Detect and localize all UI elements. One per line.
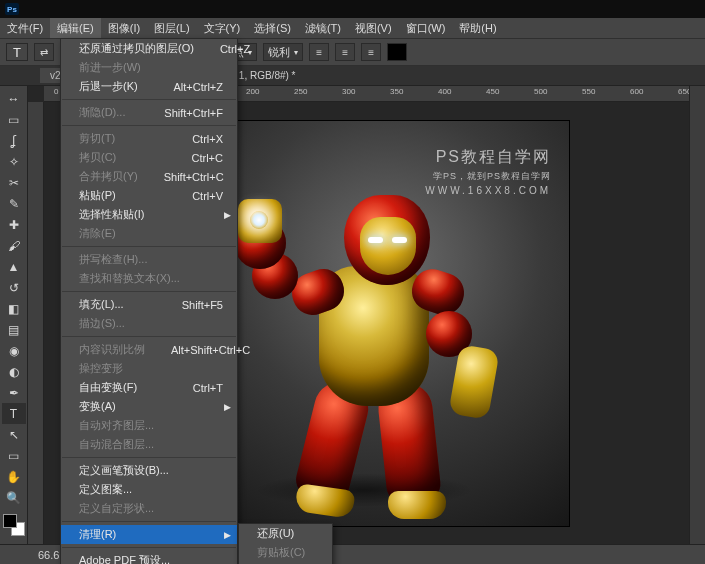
eyedropper-tool[interactable]: ✎ — [2, 193, 26, 214]
submenu-item[interactable]: 还原(U) — [239, 524, 332, 543]
menu-item: 内容识别比例Alt+Shift+Ctrl+C — [61, 340, 237, 359]
magic-wand-tool[interactable]: ✧ — [2, 151, 26, 172]
ruler-tick: 300 — [342, 87, 355, 96]
submenu-arrow-icon: ▶ — [224, 530, 231, 540]
menu-窗口[interactable]: 窗口(W) — [399, 18, 453, 38]
antialias-select[interactable]: 锐利▾ — [263, 43, 303, 61]
hand-tool[interactable]: ✋ — [2, 466, 26, 487]
menu-item-label: 清理(R) — [79, 527, 223, 542]
foreground-color-swatch[interactable] — [3, 514, 17, 528]
menu-编辑[interactable]: 编辑(E) — [50, 18, 101, 38]
path-select-tool[interactable]: ↖ — [2, 424, 26, 445]
ruler-tick: 450 — [486, 87, 499, 96]
menu-item-shortcut: Shift+Ctrl+C — [164, 171, 224, 183]
ruler-tick: 350 — [390, 87, 403, 96]
menu-item[interactable]: 选择性粘贴(I)▶ — [61, 205, 237, 224]
gradient-tool[interactable]: ▤ — [2, 319, 26, 340]
menu-item-label: 选择性粘贴(I) — [79, 207, 223, 222]
menu-item-shortcut: Ctrl+C — [192, 152, 223, 164]
menu-文字[interactable]: 文字(Y) — [197, 18, 248, 38]
tools-panel: ↔▭ʆ✧✂✎✚🖌▲↺◧▤◉◐✒T↖▭✋🔍 — [0, 86, 28, 544]
menu-item[interactable]: 定义图案... — [61, 480, 237, 499]
shape-tool[interactable]: ▭ — [2, 445, 26, 466]
text-color-swatch[interactable] — [387, 43, 407, 61]
menu-item: 描边(S)... — [61, 314, 237, 333]
menu-item-label: Adobe PDF 预设... — [79, 553, 223, 564]
move-tool[interactable]: ↔ — [2, 88, 26, 109]
ruler-tick: 600 — [630, 87, 643, 96]
menu-item[interactable]: 后退一步(K)Alt+Ctrl+Z — [61, 77, 237, 96]
menu-item-label: 后退一步(K) — [79, 79, 173, 94]
menu-item: 前进一步(W) — [61, 58, 237, 77]
menu-item: 查找和替换文本(X)... — [61, 269, 237, 288]
zoom-tool[interactable]: 🔍 — [2, 487, 26, 508]
submenu-arrow-icon: ▶ — [224, 210, 231, 220]
align-right-button[interactable]: ≡ — [361, 43, 381, 61]
menu-item-label: 定义画笔预设(B)... — [79, 463, 223, 478]
align-center-button[interactable]: ≡ — [335, 43, 355, 61]
blur-tool[interactable]: ◉ — [2, 340, 26, 361]
menu-帮助[interactable]: 帮助(H) — [452, 18, 503, 38]
type-tool[interactable]: T — [2, 403, 26, 424]
menu-item[interactable]: 还原通过拷贝的图层(O)Ctrl+Z — [61, 39, 237, 58]
ruler-tick: 650 — [678, 87, 689, 96]
menu-item-label: 自动对齐图层... — [79, 418, 223, 433]
ruler-vertical — [28, 102, 44, 544]
menu-item-shortcut: Alt+Ctrl+Z — [173, 81, 223, 93]
menu-item-label: 操控变形 — [79, 361, 223, 376]
menu-item-label: 合并拷贝(Y) — [79, 169, 164, 184]
marquee-tool[interactable]: ▭ — [2, 109, 26, 130]
menu-item-shortcut: Ctrl+V — [192, 190, 223, 202]
menu-item-label: 变换(A) — [79, 399, 223, 414]
menu-item: 自动对齐图层... — [61, 416, 237, 435]
ruler-tick: 400 — [438, 87, 451, 96]
menu-图层[interactable]: 图层(L) — [147, 18, 196, 38]
menu-item-shortcut: Alt+Shift+Ctrl+C — [171, 344, 250, 356]
menu-item-label: 查找和替换文本(X)... — [79, 271, 223, 286]
menu-item-label: 定义自定形状... — [79, 501, 223, 516]
menu-item[interactable]: 粘贴(P)Ctrl+V — [61, 186, 237, 205]
menu-item[interactable]: 变换(A)▶ — [61, 397, 237, 416]
lasso-tool[interactable]: ʆ — [2, 130, 26, 151]
menu-item-label: 前进一步(W) — [79, 60, 223, 75]
menu-item[interactable]: 定义画笔预设(B)... — [61, 461, 237, 480]
menu-item-shortcut: Shift+F5 — [182, 299, 223, 311]
submenu-item-label: 还原(U) — [257, 526, 320, 541]
menu-item[interactable]: 清理(R)▶ — [61, 525, 237, 544]
chevron-down-icon: ▾ — [294, 48, 298, 57]
menu-bar: 文件(F)编辑(E)图像(I)图层(L)文字(Y)选择(S)滤镜(T)视图(V)… — [0, 18, 705, 38]
healing-brush-tool[interactable]: ✚ — [2, 214, 26, 235]
canvas-artwork — [214, 171, 504, 501]
app-icon: Ps — [5, 3, 19, 15]
menu-滤镜[interactable]: 滤镜(T) — [298, 18, 348, 38]
window-titlebar: Ps — [0, 0, 705, 18]
menu-图像[interactable]: 图像(I) — [101, 18, 147, 38]
clear-submenu: 还原(U)剪贴板(C)历史记录(H)全部(A)视频高速缓存(V) — [238, 523, 333, 564]
menu-item-label: 渐隐(D)... — [79, 105, 164, 120]
crop-tool[interactable]: ✂ — [2, 172, 26, 193]
color-swatches[interactable] — [3, 514, 25, 536]
menu-item-shortcut: Ctrl+X — [192, 133, 223, 145]
menu-item-label: 描边(S)... — [79, 316, 223, 331]
eraser-tool[interactable]: ◧ — [2, 298, 26, 319]
menu-item-label: 自动混合图层... — [79, 437, 223, 452]
menu-item-shortcut: Shift+Ctrl+F — [164, 107, 223, 119]
history-brush-tool[interactable]: ↺ — [2, 277, 26, 298]
stamp-tool[interactable]: ▲ — [2, 256, 26, 277]
menu-选择[interactable]: 选择(S) — [247, 18, 298, 38]
menu-item[interactable]: 填充(L)...Shift+F5 — [61, 295, 237, 314]
menu-item: 定义自定形状... — [61, 499, 237, 518]
brush-tool[interactable]: 🖌 — [2, 235, 26, 256]
text-orientation-toggle[interactable]: ⇄ — [34, 43, 54, 61]
dodge-tool[interactable]: ◐ — [2, 361, 26, 382]
menu-item[interactable]: 自由变换(F)Ctrl+T — [61, 378, 237, 397]
ruler-tick: 250 — [294, 87, 307, 96]
antialias-value: 锐利 — [268, 45, 290, 60]
menu-item[interactable]: Adobe PDF 预设... — [61, 551, 237, 564]
pen-tool[interactable]: ✒ — [2, 382, 26, 403]
menu-item-label: 还原通过拷贝的图层(O) — [79, 41, 220, 56]
menu-视图[interactable]: 视图(V) — [348, 18, 399, 38]
align-left-button[interactable]: ≡ — [309, 43, 329, 61]
menu-文件[interactable]: 文件(F) — [0, 18, 50, 38]
menu-item-label: 粘贴(P) — [79, 188, 192, 203]
